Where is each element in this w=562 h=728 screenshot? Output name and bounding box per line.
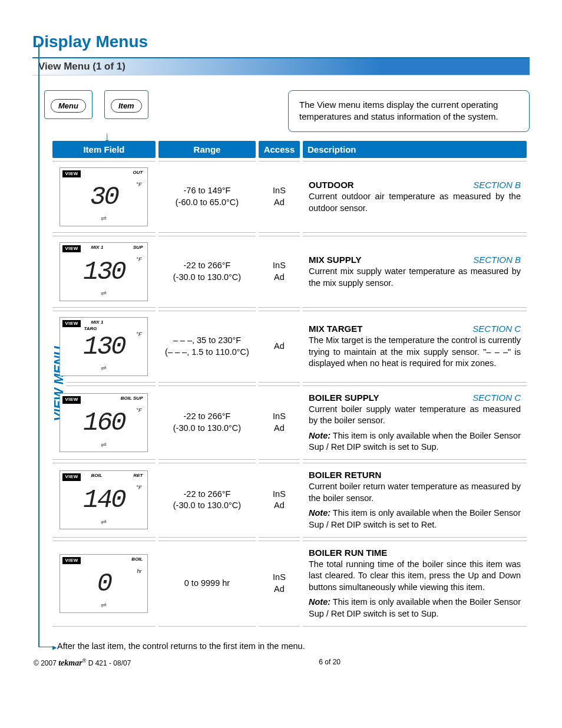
desc-name: BOILER RETURN	[309, 469, 381, 481]
access-cell: InSAd	[259, 386, 300, 460]
lcd-label-1: BOIL	[91, 473, 102, 479]
note-label: Note:	[309, 508, 330, 518]
lcd-arrows-icon: ⇌	[60, 213, 147, 223]
desc-body: The Mix target is the temperature the co…	[309, 335, 521, 370]
lcd-value: 130	[60, 330, 147, 364]
lcd-arrows-icon: ⇌	[60, 363, 147, 373]
lcd-arrows-icon: ⇌	[60, 517, 147, 526]
range-cell: 0 to 9999 hr	[158, 541, 256, 627]
lcd-unit: °F	[136, 407, 141, 414]
rail-line	[38, 44, 39, 647]
menu-button[interactable]: Menu	[51, 99, 86, 113]
access-cell: InSAd	[259, 463, 300, 538]
lcd-badge: VIEW	[62, 473, 80, 481]
desc-section: SECTION B	[473, 179, 521, 191]
desc-body: Current boiler return water temperature …	[309, 481, 521, 504]
lcd-unit: °F	[136, 181, 141, 188]
access-line2: Ad	[265, 272, 294, 284]
lcd-label-2: RET	[133, 473, 143, 479]
desc-note: Note: This item is only available when t…	[309, 508, 521, 531]
description-cell: BOILER SUPPLYSECTION CCurrent boiler sup…	[303, 386, 527, 460]
description-cell: BOILER RUN TIMEThe total running time of…	[303, 541, 527, 627]
access-line1: InS	[265, 411, 294, 423]
range-line1: -22 to 266°F	[164, 489, 250, 500]
lcd-value: 30	[60, 180, 147, 215]
lcd-label-2: SUP	[133, 245, 143, 251]
lcd-badge: VIEW	[62, 396, 80, 404]
range-cell: -22 to 266°F(-30.0 to 130.0°C)	[158, 236, 256, 308]
th-item: Item Field	[52, 141, 156, 158]
access-cell: Ad	[259, 311, 300, 383]
desc-name: MIX SUPPLY	[309, 254, 361, 266]
desc-note: Note: This item is only available when t…	[309, 430, 521, 453]
description-cell: MIX SUPPLYSECTION BCurrent mix supply wa…	[303, 236, 527, 308]
access-line2: Ad	[265, 423, 294, 434]
access-line1: InS	[265, 572, 294, 584]
lcd-badge: VIEW	[62, 245, 80, 253]
lcd-arrows-icon: ⇌	[60, 600, 147, 610]
page-title: Display Menus	[32, 32, 530, 51]
lcd-badge: VIEW	[62, 320, 80, 328]
after-note-text: After the last item, the control returns…	[57, 641, 305, 651]
lcd-label-1: MIX 1	[91, 245, 103, 251]
lcd-display: VIEWMIX 1TARG130°F⇌	[59, 317, 148, 376]
th-desc: Description	[303, 141, 527, 158]
access-line1: InS	[265, 185, 294, 197]
item-pill-box: Item	[104, 90, 148, 119]
description-cell: OUTDOORSECTION BCurrent outdoor air temp…	[303, 161, 527, 233]
note-label: Note:	[309, 431, 330, 440]
range-line2: (-30.0 to 130.0°C)	[164, 500, 250, 512]
range-line1: -22 to 266°F	[164, 411, 250, 423]
access-cell: InSAd	[259, 236, 300, 308]
description-cell: BOILER RETURNCurrent boiler return water…	[303, 463, 527, 538]
access-line1: InS	[265, 260, 294, 272]
lcd-label-2: OUT	[133, 170, 143, 176]
th-access: Access	[259, 141, 300, 158]
table-row: VIEWMIX 1TARG130°F⇌– – –, 35 to 230°F(– …	[52, 311, 527, 383]
access-cell: InSAd	[259, 541, 300, 627]
lcd-label-2: BOIL SUP	[121, 396, 143, 402]
lcd-display: VIEWBOILRET140°F⇌	[59, 470, 148, 529]
access-line2: Ad	[265, 500, 294, 512]
desc-name: MIX TARGET	[309, 323, 362, 335]
view-menu-table: Item Field Range Access Description VIEW…	[49, 138, 530, 630]
lcd-unit: hr	[137, 568, 141, 575]
note-label: Note:	[309, 597, 330, 607]
desc-note: Note: This item is only available when t…	[309, 597, 521, 620]
desc-name: OUTDOOR	[309, 179, 354, 191]
lcd-label-1: MIX 1	[91, 319, 103, 326]
table-row: VIEWBOILRET140°F⇌-22 to 266°F(-30.0 to 1…	[52, 463, 527, 538]
desc-section: SECTION B	[473, 254, 521, 266]
item-field-cell: VIEWMIX 1TARG130°F⇌	[52, 311, 156, 383]
footer-left: © 2007 tekmar® D 421 - 08/07	[34, 658, 131, 668]
lcd-display: VIEWBOIL SUP160°F⇌	[59, 393, 148, 452]
lcd-value: 0	[60, 566, 147, 601]
lcd-value: 160	[60, 406, 147, 440]
table-row: VIEWOUT30°F⇌-76 to 149°F(-60.0 to 65.0°C…	[52, 161, 527, 233]
range-line1: -76 to 149°F	[164, 185, 250, 197]
desc-body: Current boiler supply water temperature …	[309, 404, 521, 427]
range-line2: (-30.0 to 130.0°C)	[164, 423, 250, 434]
range-line2: (-30.0 to 130.0°C)	[164, 272, 250, 284]
desc-body: Current outdoor air temperature as measu…	[309, 191, 521, 214]
arrow-right-icon: ▸	[52, 643, 57, 652]
lcd-badge: VIEW	[62, 170, 80, 178]
description-cell: MIX TARGETSECTION CThe Mix target is the…	[303, 311, 527, 383]
lcd-badge: VIEW	[62, 557, 80, 565]
access-line2: Ad	[265, 197, 294, 209]
desc-body: Current mix supply water temperature as …	[309, 266, 521, 289]
range-line2: (– – –, 1.5 to 110.0°C)	[164, 347, 250, 358]
footer-copy: © 2007	[34, 659, 57, 667]
section-subtitle: View Menu (1 of 1)	[32, 57, 530, 75]
access-line2: Ad	[265, 341, 294, 353]
lcd-display: VIEWMIX 1SUP130°F⇌	[59, 242, 148, 301]
range-line1: 0 to 9999 hr	[164, 578, 250, 589]
lcd-unit: °F	[136, 331, 141, 338]
menu-pill-box: Menu	[44, 90, 92, 119]
lcd-arrows-icon: ⇌	[60, 440, 147, 449]
item-button[interactable]: Item	[111, 99, 142, 113]
item-field-cell: VIEWBOIL0hr⇌	[52, 541, 156, 627]
table-row: VIEWMIX 1SUP130°F⇌-22 to 266°F(-30.0 to …	[52, 236, 527, 308]
range-cell: -76 to 149°F(-60.0 to 65.0°C)	[158, 161, 256, 233]
range-cell: – – –, 35 to 230°F(– – –, 1.5 to 110.0°C…	[158, 311, 256, 383]
